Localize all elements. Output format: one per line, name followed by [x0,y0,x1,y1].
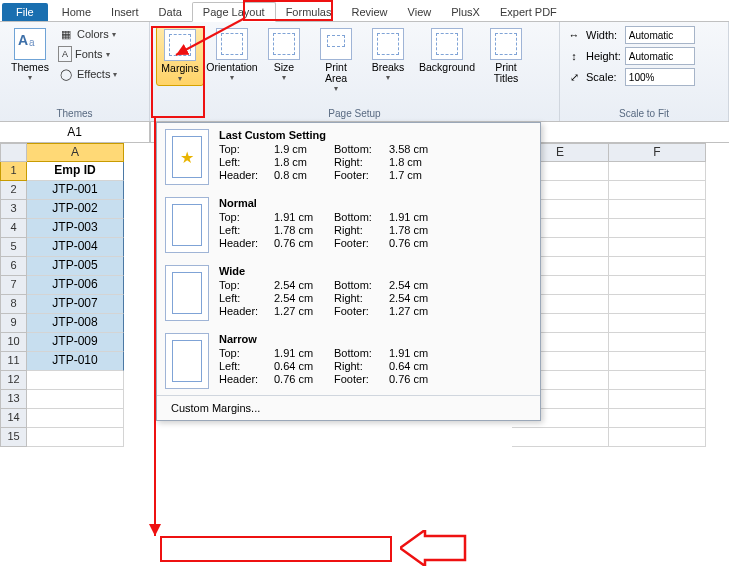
row-header[interactable]: 3 [0,200,27,219]
width-label: Width: [586,29,621,41]
cell[interactable]: JTP-009 [27,333,124,352]
cell[interactable] [609,257,706,276]
cell[interactable]: JTP-005 [27,257,124,276]
tab-file[interactable]: File [2,3,48,21]
cell[interactable] [609,409,706,428]
row-header[interactable]: 12 [0,371,27,390]
cell[interactable]: JTP-010 [27,352,124,371]
themes-icon: A a [14,28,46,60]
cell[interactable] [27,428,124,447]
margin-preset-values: Top:1.91 cmBottom:1.91 cmLeft:1.78 cmRig… [219,211,532,249]
row-header[interactable]: 4 [0,219,27,238]
annotation-arrow-left [400,530,470,566]
select-all-corner[interactable] [0,143,27,162]
cell[interactable] [27,409,124,428]
cell[interactable]: JTP-008 [27,314,124,333]
margin-preset-narrow[interactable]: Narrow Top:1.91 cmBottom:1.91 cmLeft:0.6… [157,327,540,395]
margin-thumb-icon [165,129,209,185]
margins-button[interactable]: Margins ▾ [156,26,204,86]
tab-insert[interactable]: Insert [101,3,149,21]
cell[interactable] [609,314,706,333]
cell[interactable] [609,352,706,371]
themes-button[interactable]: A a Themes ▾ [6,26,54,84]
row-header[interactable]: 5 [0,238,27,257]
margin-preset-last custom setting[interactable]: Last Custom Setting Top:1.9 cmBottom:3.5… [157,123,540,191]
breaks-button[interactable]: Breaks ▾ [364,26,412,84]
chevron-down-icon: ▾ [178,74,182,83]
cell[interactable] [609,333,706,352]
tab-plusx[interactable]: PlusX [441,3,490,21]
cell[interactable]: JTP-001 [27,181,124,200]
cell[interactable]: Emp ID [27,162,124,181]
margin-preset-title: Last Custom Setting [219,129,532,141]
print-area-button[interactable]: Print Area ▾ [312,26,360,95]
print-titles-button[interactable]: Print Titles [482,26,530,86]
background-button[interactable]: Background [416,26,478,75]
cell[interactable] [609,238,706,257]
width-input[interactable] [625,26,695,44]
name-box[interactable]: A1 [0,122,150,142]
custom-margins-item[interactable]: Custom Margins... [157,395,540,420]
cell[interactable] [609,200,706,219]
cell[interactable] [512,428,609,447]
cell[interactable] [27,371,124,390]
cell[interactable] [27,390,124,409]
col-header-f[interactable]: F [609,143,706,162]
ribbon-tabs: File Home Insert Data Page Layout Formul… [0,0,729,22]
orientation-button[interactable]: Orientation ▾ [208,26,256,84]
cell[interactable] [609,181,706,200]
tab-view[interactable]: View [398,3,442,21]
margin-preset-values: Top:2.54 cmBottom:2.54 cmLeft:2.54 cmRig… [219,279,532,317]
row-header[interactable]: 1 [0,162,27,181]
row-header[interactable]: 6 [0,257,27,276]
tab-data[interactable]: Data [149,3,192,21]
margins-icon [164,29,196,61]
group-scale-to-fit: ↔ Width: ↕ Height: ⤢ Scale: Scale to Fit [560,22,729,121]
row-header[interactable]: 11 [0,352,27,371]
cell[interactable] [609,219,706,238]
cell[interactable] [609,295,706,314]
scale-label: Scale: [586,71,621,83]
cell[interactable]: JTP-007 [27,295,124,314]
scale-input[interactable] [625,68,695,86]
margin-preset-wide[interactable]: Wide Top:2.54 cmBottom:2.54 cmLeft:2.54 … [157,259,540,327]
effects-button[interactable]: ◯ Effects▾ [58,66,117,82]
cell[interactable] [609,162,706,181]
row-header[interactable]: 8 [0,295,27,314]
margin-preset-normal[interactable]: Normal Top:1.91 cmBottom:1.91 cmLeft:1.7… [157,191,540,259]
cell[interactable] [609,428,706,447]
group-page-setup: Margins ▾ Orientation ▾ Size ▾ Print Are… [150,22,560,121]
cell[interactable] [609,276,706,295]
print-titles-icon [490,28,522,60]
size-button[interactable]: Size ▾ [260,26,308,84]
tab-expert-pdf[interactable]: Expert PDF [490,3,567,21]
group-themes: A a Themes ▾ ▦ Colors▾ A Fonts▾ ◯ Effect… [0,22,150,121]
tab-formulas[interactable]: Formulas [276,3,342,21]
col-header-a[interactable]: A [27,143,124,162]
row-header[interactable]: 14 [0,409,27,428]
cell[interactable]: JTP-003 [27,219,124,238]
cell[interactable] [609,371,706,390]
row-header[interactable]: 2 [0,181,27,200]
size-icon [268,28,300,60]
row-header[interactable]: 15 [0,428,27,447]
group-label-scale: Scale to Fit [566,106,722,121]
row-header[interactable]: 10 [0,333,27,352]
cell[interactable]: JTP-004 [27,238,124,257]
chevron-down-icon: ▾ [28,73,32,82]
tab-home[interactable]: Home [52,3,101,21]
row-header[interactable]: 9 [0,314,27,333]
cell[interactable] [609,390,706,409]
margin-preset-values: Top:1.9 cmBottom:3.58 cmLeft:1.8 cmRight… [219,143,532,181]
row-header[interactable]: 13 [0,390,27,409]
height-input[interactable] [625,47,695,65]
cell[interactable]: JTP-006 [27,276,124,295]
tab-review[interactable]: Review [341,3,397,21]
tab-page-layout[interactable]: Page Layout [192,2,276,22]
fonts-button[interactable]: A Fonts▾ [58,46,117,62]
ribbon: A a Themes ▾ ▦ Colors▾ A Fonts▾ ◯ Effect… [0,22,729,122]
margin-preset-title: Normal [219,197,532,209]
cell[interactable]: JTP-002 [27,200,124,219]
colors-button[interactable]: ▦ Colors▾ [58,26,117,42]
row-header[interactable]: 7 [0,276,27,295]
